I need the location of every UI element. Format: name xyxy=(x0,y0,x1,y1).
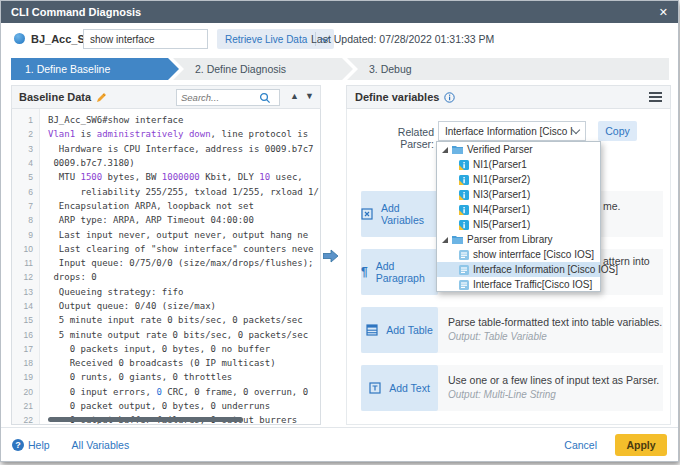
parser-item[interactable]: NI3(Parser1) xyxy=(437,187,600,202)
copy-button[interactable]: Copy xyxy=(598,121,637,141)
parser-item[interactable]: NI1(Parser2) xyxy=(437,172,600,187)
apply-button[interactable]: Apply xyxy=(615,434,667,456)
edit-pencil-icon[interactable] xyxy=(96,92,107,103)
define-variables-title: Define variables xyxy=(355,91,439,103)
step-define-baseline[interactable]: 1. Define Baseline xyxy=(11,58,179,80)
search-icon[interactable] xyxy=(259,92,271,104)
parser-item-label: NI5(Parser1) xyxy=(473,219,530,230)
line-number: 12 xyxy=(12,272,40,282)
parser-icon xyxy=(459,160,469,170)
code-text: Input queue: 0/75/0/0 (size/max/drops/fl… xyxy=(40,258,314,268)
code-line[interactable]: 1BJ_Acc_SW6#show interface xyxy=(12,113,320,127)
code-line[interactable]: 18 Received 0 broadcasts (0 IP multicast… xyxy=(12,356,320,370)
parser-group[interactable]: Verified Parser xyxy=(437,142,600,157)
search-input[interactable] xyxy=(177,92,259,103)
code-text: 0 input errors, 0 CRC, 0 frame, 0 overru… xyxy=(40,387,308,397)
all-variables-link[interactable]: All Variables xyxy=(72,439,130,451)
action-label: Add Paragraph xyxy=(376,260,438,284)
code-text: 0 packet output, 0 bytes, 0 underruns xyxy=(40,401,270,411)
code-line[interactable]: 16 5 minute output rate 0 bits/sec, 0 pa… xyxy=(12,327,320,341)
command-input[interactable] xyxy=(83,29,208,49)
parser-item[interactable]: NI4(Parser1) xyxy=(437,202,600,217)
search-next-icon[interactable]: ▼ xyxy=(305,92,314,101)
code-text: Output queue: 0/40 (size/max) xyxy=(40,301,216,311)
parser-group-label: Verified Parser xyxy=(467,144,533,155)
parser-item-selected[interactable]: Interface Information [Cisco IOS] xyxy=(437,262,600,277)
code-line[interactable]: 11 Input queue: 0/75/0/0 (size/max/drops… xyxy=(12,256,320,270)
horizontal-scrollbar[interactable] xyxy=(41,417,319,422)
code-text: MTU 1500 bytes, BW 1000000 Kbit, DLY 10 … xyxy=(40,172,303,182)
code-line[interactable]: 17 0 packets input, 0 bytes, 0 no buffer xyxy=(12,342,320,356)
wizard-steps: 1. Define Baseline 2. Define Diagnosis 3… xyxy=(11,58,669,80)
code-line[interactable]: 12 drops: 0 xyxy=(12,270,320,284)
info-icon[interactable] xyxy=(444,92,455,103)
toolbar: BJ_Acc_SW6 Retrieve Live Data Last Updat… xyxy=(1,23,678,57)
code-text: ARP type: ARPA, ARP Timeout 04:00:00 xyxy=(40,215,254,225)
select-chevron-icon xyxy=(572,125,580,133)
add-variables-button[interactable]: Add Variables xyxy=(361,191,438,237)
parser-group[interactable]: Parser from Library xyxy=(437,232,600,247)
parser-item[interactable]: NI1(Parser1 xyxy=(437,157,600,172)
footer-bar: ? Help All Variables Cancel Apply xyxy=(1,427,678,461)
cancel-button[interactable]: Cancel xyxy=(564,439,597,451)
close-icon[interactable]: ✕ xyxy=(659,7,668,18)
parser-group-label: Parser from Library xyxy=(467,234,553,245)
line-number: 3 xyxy=(12,144,40,154)
text-box-icon xyxy=(369,382,381,394)
baseline-search xyxy=(176,89,280,106)
pilcrow-icon: ¶ xyxy=(361,265,368,279)
code-line[interactable]: 5 MTU 1500 bytes, BW 1000000 Kbit, DLY 1… xyxy=(12,170,320,184)
last-updated-text: Last Updated: 07/28/2022 01:31:33 PM xyxy=(311,33,494,45)
code-text: 0009.b7c7.3180) xyxy=(40,158,135,168)
add-table-button[interactable]: Add Table xyxy=(361,307,438,353)
code-line[interactable]: 7 Encapsulation ARPA, loopback not set xyxy=(12,199,320,213)
scrollbar-thumb[interactable] xyxy=(48,417,243,422)
code-text: Queueing strategy: fifo xyxy=(40,287,183,297)
library-parser-icon xyxy=(459,265,469,275)
code-text: Last clearing of "show interface" counte… xyxy=(40,244,314,254)
define-variables-header: Define variables xyxy=(346,85,671,109)
code-line[interactable]: 8 ARP type: ARPA, ARP Timeout 04:00:00 xyxy=(12,213,320,227)
code-line[interactable]: 9 Last input never, output never, output… xyxy=(12,227,320,241)
code-text: BJ_Acc_SW6#show interface xyxy=(40,115,183,125)
parser-item[interactable]: show interrface [Cisco IOS] xyxy=(437,247,600,262)
code-line[interactable]: 2Vlan1 is administratively down, line pr… xyxy=(12,127,320,141)
add-paragraph-button[interactable]: ¶Add Paragraph xyxy=(361,249,438,295)
baseline-code-viewer[interactable]: 1BJ_Acc_SW6#show interface2Vlan1 is admi… xyxy=(11,109,321,425)
menu-icon[interactable] xyxy=(649,90,662,104)
code-line[interactable]: 21 0 packet output, 0 bytes, 0 underruns xyxy=(12,399,320,413)
parser-icon xyxy=(459,175,469,185)
action-description: Parse table-formatted text into table va… xyxy=(448,316,662,328)
code-line[interactable]: 15 5 minute input rate 0 bits/sec, 0 pac… xyxy=(12,313,320,327)
library-parser-icon xyxy=(459,250,469,260)
add-text-button[interactable]: Add Text xyxy=(361,365,438,411)
code-line[interactable]: 4 0009.b7c7.3180) xyxy=(12,156,320,170)
code-line[interactable]: 20 0 input errors, 0 CRC, 0 frame, 0 ove… xyxy=(12,385,320,399)
table-icon xyxy=(366,324,378,336)
line-number: 1 xyxy=(12,115,40,125)
help-link[interactable]: Help xyxy=(28,439,50,451)
code-text: Received 0 broadcasts (0 IP multicast) xyxy=(40,358,276,368)
code-line[interactable]: 6 reliability 255/255, txload 1/255, rxl… xyxy=(12,184,320,198)
code-line[interactable]: 19 0 runts, 0 giants, 0 throttles xyxy=(12,370,320,384)
action-label: Add Variables xyxy=(381,202,438,226)
parser-icon xyxy=(459,220,469,230)
parser-item-label: Interface Information [Cisco IOS] xyxy=(473,264,618,275)
search-prev-icon[interactable]: ▲ xyxy=(290,92,299,101)
help-icon[interactable]: ? xyxy=(12,439,24,451)
step-define-diagnosis[interactable]: 2. Define Diagnosis xyxy=(173,58,353,80)
parser-item[interactable]: Interface Traffic[Cisco IOS] xyxy=(437,277,600,292)
code-line[interactable]: 10 Last clearing of "show interface" cou… xyxy=(12,242,320,256)
parser-item[interactable]: NI5(Parser1) xyxy=(437,217,600,232)
code-line[interactable]: 14 Output queue: 0/40 (size/max) xyxy=(12,299,320,313)
code-line[interactable]: 13 Queueing strategy: fifo xyxy=(12,285,320,299)
step-debug[interactable]: 3. Debug xyxy=(347,58,669,80)
line-number: 20 xyxy=(12,387,40,397)
line-number: 11 xyxy=(12,258,40,268)
tree-expander-icon[interactable] xyxy=(442,237,448,243)
flow-arrow-icon xyxy=(323,249,339,267)
related-parser-select[interactable]: Interface Information [Cisco IOS] xyxy=(438,121,586,141)
code-line[interactable]: 3 Hardware is CPU Interface, address is … xyxy=(12,142,320,156)
tree-expander-icon[interactable] xyxy=(442,147,448,153)
add-text-row: Add TextUse one or a few lines of input … xyxy=(361,365,663,411)
